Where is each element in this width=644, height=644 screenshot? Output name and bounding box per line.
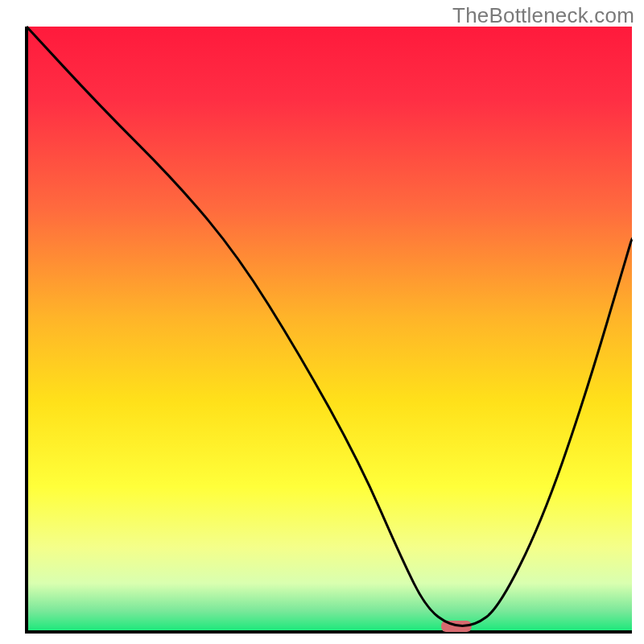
chart-container: TheBottleneck.com	[0, 0, 644, 644]
watermark-label: TheBottleneck.com	[452, 3, 634, 28]
plot-background	[27, 27, 632, 632]
bottleneck-chart	[0, 0, 644, 644]
